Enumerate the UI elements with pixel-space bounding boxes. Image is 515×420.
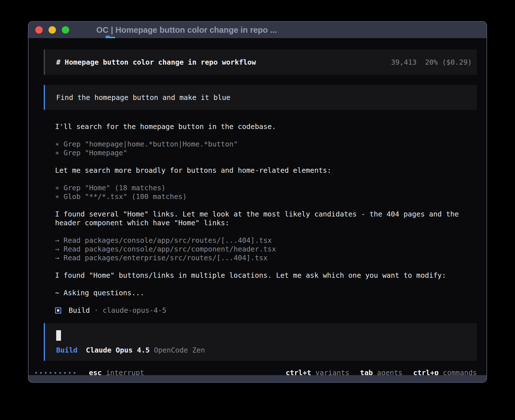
footer-right: ctrl+t variants tab agents ctrl+p comman…: [286, 368, 477, 375]
footer-left: esc interrupt: [35, 368, 144, 375]
assistant-paragraph: I found several "Home" links. Let me loo…: [55, 210, 477, 227]
session-header: # Homepage button color change in repo w…: [44, 49, 477, 75]
status-footer: esc interrupt ctrl+t variants tab agents…: [35, 368, 477, 375]
tool-call-grep[interactable]: ∗ Grep "Homepage": [55, 148, 477, 157]
tool-call-group: → Read packages/console/app/src/routes/[…: [55, 236, 477, 262]
esc-key-label: interrupt: [106, 368, 144, 375]
folder-icon: [82, 26, 92, 34]
agent-separator: ·: [94, 306, 98, 315]
close-button[interactable]: [35, 26, 43, 34]
spinner-dots-icon: [35, 372, 75, 374]
input-model-label[interactable]: Claude Opus 4.5: [86, 346, 150, 355]
desktop-background: OC | Homepage button color change in rep…: [0, 0, 515, 420]
window-titlebar: OC | Homepage button color change in rep…: [29, 22, 486, 38]
traffic-lights: [35, 26, 69, 34]
ctrl-p-key-hint: ctrl+p: [413, 368, 438, 375]
input-provider-label: OpenCode Zen: [154, 346, 205, 355]
tool-call-group: ∗ Grep "Home" (18 matches) ∗ Glob "**/*.…: [55, 183, 477, 201]
prompt-input[interactable]: Build Claude Opus 4.5 OpenCode Zen: [44, 323, 477, 361]
stats-gap: [416, 58, 425, 67]
user-message: Find the homepage button and make it blu…: [44, 85, 477, 110]
agent-build-icon: [55, 307, 61, 314]
tool-call-glob[interactable]: ∗ Glob "**/*.tsx" (100 matches): [55, 192, 477, 201]
agent-name: Build: [69, 306, 90, 315]
window-title-group: OC | Homepage button color change in rep…: [82, 25, 277, 35]
token-count: 39,413: [391, 58, 416, 67]
assistant-text: I found "Home" buttons/links in multiple…: [55, 271, 477, 280]
zoom-button[interactable]: [62, 26, 69, 34]
variants-label: variants: [315, 368, 349, 375]
assistant-text: I'll search for the homepage button in t…: [55, 122, 477, 131]
window-bottom-chrome: [29, 375, 486, 382]
commands-label: commands: [443, 368, 477, 375]
assistant-text: Let me search more broadly for buttons a…: [55, 166, 477, 175]
session-title: # Homepage button color change in repo w…: [56, 58, 256, 67]
tab-key-hint: tab: [360, 368, 373, 375]
window-title: OC | Homepage button color change in rep…: [96, 25, 277, 35]
text-cursor: [56, 330, 61, 341]
input-meta-row: Build Claude Opus 4.5 OpenCode Zen: [56, 346, 466, 355]
working-status: ~ Asking questions...: [55, 288, 477, 297]
hint-commands: ctrl+p commands: [413, 368, 477, 375]
tool-call-read[interactable]: → Read packages/console/app/src/routes/[…: [55, 236, 477, 245]
working-status-text: ~ Asking questions...: [55, 288, 477, 297]
minimize-button[interactable]: [49, 26, 56, 34]
input-agent-label[interactable]: Build: [56, 346, 77, 355]
user-message-text: Find the homepage button and make it blu…: [56, 93, 230, 102]
tool-call-read[interactable]: → Read packages/enterprise/src/routes/[.…: [55, 253, 477, 262]
context-cost: 20% ($0.29): [425, 58, 472, 67]
assistant-text: I found several "Home" links. Let me loo…: [55, 210, 477, 218]
assistant-response: I'll search for the homepage button in t…: [44, 122, 477, 315]
tool-call-read[interactable]: → Read packages/console/app/src/componen…: [55, 245, 477, 253]
assistant-paragraph: I found "Home" buttons/links in multiple…: [55, 271, 477, 280]
assistant-text: header component which have "Home" links…: [55, 218, 477, 227]
assistant-paragraph: Let me search more broadly for buttons a…: [55, 166, 477, 175]
tool-call-grep[interactable]: ∗ Grep "homepage|home.*button|Home.*butt…: [55, 140, 477, 148]
terminal-content: # Homepage button color change in repo w…: [29, 38, 486, 375]
esc-key-hint: esc: [89, 368, 102, 375]
hint-variants: ctrl+t variants: [286, 368, 350, 375]
agent-model: claude-opus-4-5: [102, 306, 166, 315]
tool-call-group: ∗ Grep "homepage|home.*button|Home.*butt…: [55, 140, 477, 157]
tool-call-grep[interactable]: ∗ Grep "Home" (18 matches): [55, 183, 477, 192]
agent-status-row: Build · claude-opus-4-5: [55, 306, 477, 315]
agents-label: agents: [377, 368, 402, 375]
assistant-paragraph: I'll search for the homepage button in t…: [55, 122, 477, 131]
ctrl-t-key-hint: ctrl+t: [286, 368, 311, 375]
terminal-window: OC | Homepage button color change in rep…: [28, 21, 487, 383]
hint-agents: tab agents: [360, 368, 403, 375]
session-stats: 39,413 20% ($0.29): [391, 58, 472, 67]
